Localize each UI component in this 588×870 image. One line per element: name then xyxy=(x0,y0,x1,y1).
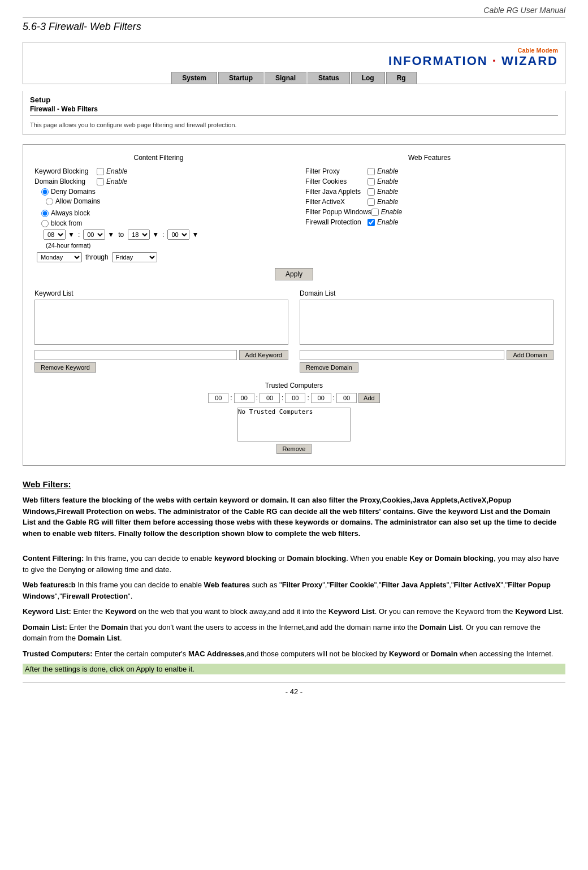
web-features-col: Web Features Filter Proxy Enable Filter … xyxy=(305,154,554,268)
web-feature-item-5: Firewall Protection Enable xyxy=(305,218,554,226)
desc-item-3: Domain List: Enter the Domain that you d… xyxy=(23,622,565,644)
domain-blocking-checkbox[interactable] xyxy=(97,178,104,185)
description-section: Web Filters: Web filters feature the blo… xyxy=(23,479,565,674)
day-to-select[interactable]: FridaySaturdaySunday xyxy=(112,252,157,262)
web-feature-check-1[interactable] xyxy=(368,178,375,185)
trusted-list-box[interactable]: No Trusted Computers xyxy=(237,408,351,442)
keyword-input[interactable] xyxy=(34,350,237,360)
mac-input-row: : : : : : Add xyxy=(34,393,554,403)
web-feature-check-0[interactable] xyxy=(368,168,375,175)
domain-input-row: Add Domain xyxy=(300,350,554,360)
keyword-blocking-label: Keyword Blocking xyxy=(34,167,97,175)
web-feature-item-2: Filter Java Applets Enable xyxy=(305,188,554,196)
domain-blocking-enable[interactable]: Enable xyxy=(97,178,127,185)
add-keyword-button[interactable]: Add Keyword xyxy=(239,350,288,360)
allow-domains-radio[interactable] xyxy=(46,198,53,205)
remove-keyword-button[interactable]: Remove Keyword xyxy=(34,362,96,373)
keyword-list-section: Keyword List Add Keyword Remove Keyword xyxy=(34,289,288,373)
domain-blocking-enable-text: Enable xyxy=(106,178,127,185)
content-filtering-col: Content Filtering Keyword Blocking Enabl… xyxy=(34,154,283,268)
min-to-select[interactable]: 001530 xyxy=(167,230,189,240)
desc-item-0: Content Filtering: In this frame, you ca… xyxy=(23,553,565,575)
to-text: to xyxy=(118,231,124,239)
domain-list-section: Domain List Add Domain Remove Domain xyxy=(300,289,554,373)
domain-blocking-row: Domain Blocking Enable xyxy=(34,178,283,185)
web-feature-item-1: Filter Cookies Enable xyxy=(305,178,554,185)
domain-blocking-label: Domain Blocking xyxy=(34,178,97,185)
web-feature-check-2[interactable] xyxy=(368,188,375,196)
keyword-list-label: Keyword List xyxy=(34,289,288,297)
lists-row: Keyword List Add Keyword Remove Keyword … xyxy=(34,289,554,373)
breadcrumb-desc: This page allows you to configure web pa… xyxy=(30,122,237,128)
web-feature-item-0: Filter Proxy Enable xyxy=(305,167,554,175)
deny-domains-label[interactable]: Deny Domains xyxy=(41,188,283,196)
allow-domains-label[interactable]: Allow Domains xyxy=(46,197,100,205)
keyword-blocking-row: Keyword Blocking Enable xyxy=(34,167,283,175)
block-from-label[interactable]: block from xyxy=(41,219,283,227)
always-block-group: Always block xyxy=(41,209,283,217)
keyword-blocking-checkbox[interactable] xyxy=(97,168,104,175)
page-footer: - 42 - xyxy=(23,682,565,696)
page-number: - 42 - xyxy=(286,687,302,696)
desc-item-4: Trusted Computers: Enter the certain com… xyxy=(23,648,565,660)
keyword-remove-row: Remove Keyword xyxy=(34,362,288,373)
tab-rg[interactable]: Rg xyxy=(386,72,417,84)
web-feature-label-1: Filter Cookies xyxy=(305,178,368,185)
tab-startup[interactable]: Startup xyxy=(218,72,263,84)
web-features-header: Web Features xyxy=(305,154,554,162)
manual-title: Cable RG User Manual xyxy=(23,6,565,18)
tab-system[interactable]: System xyxy=(171,72,217,84)
brand-logo: Cable Modem INFORMATION · WIZARD xyxy=(388,47,558,68)
cable-modem-text: Cable Modem xyxy=(388,47,558,54)
trusted-computers-label: Trusted Computers xyxy=(34,382,554,389)
apply-button[interactable]: Apply xyxy=(275,268,313,280)
web-feature-label-5: Firewall Protection xyxy=(305,218,368,226)
mac-field-5[interactable] xyxy=(336,393,357,403)
mac-field-1[interactable] xyxy=(234,393,254,403)
device-header: Cable Modem INFORMATION · WIZARD System … xyxy=(23,42,565,84)
tab-signal[interactable]: Signal xyxy=(265,72,306,84)
mac-field-3[interactable] xyxy=(285,393,305,403)
min-from-select[interactable]: 001530 xyxy=(83,230,105,240)
domain-input[interactable] xyxy=(300,350,504,360)
web-feature-check-5[interactable] xyxy=(368,219,375,226)
remove-trusted-button[interactable]: Remove xyxy=(276,444,312,454)
always-block-label[interactable]: Always block xyxy=(41,209,283,217)
keyword-input-row: Add Keyword xyxy=(34,350,288,360)
mac-field-2[interactable] xyxy=(260,393,280,403)
keyword-blocking-enable-text: Enable xyxy=(106,167,127,175)
web-features-list: Filter Proxy Enable Filter Cookies Enabl… xyxy=(305,167,554,226)
block-from-radio[interactable] xyxy=(41,220,49,227)
hour-to-select[interactable]: 181920 xyxy=(128,230,150,240)
keyword-list-box[interactable] xyxy=(34,300,288,345)
breadcrumb-area: Setup Firewall - Web Filters This page a… xyxy=(23,91,565,135)
add-mac-button[interactable]: Add xyxy=(358,393,380,403)
web-feature-label-3: Filter ActiveX xyxy=(305,198,368,206)
web-feature-label-0: Filter Proxy xyxy=(305,167,368,175)
tab-status[interactable]: Status xyxy=(308,72,350,84)
tab-log[interactable]: Log xyxy=(351,72,385,84)
add-domain-button[interactable]: Add Domain xyxy=(507,350,554,360)
web-feature-item-4: Filter Popup Windows Enable xyxy=(305,208,554,216)
web-feature-check-4[interactable] xyxy=(371,209,379,216)
desc-heading: Web Filters: xyxy=(23,479,565,489)
always-block-radio[interactable] xyxy=(41,210,49,217)
deny-allow-radio-group: Deny Domains Allow Domains xyxy=(41,188,283,207)
keyword-blocking-enable[interactable]: Enable xyxy=(97,167,127,175)
web-feature-check-3[interactable] xyxy=(368,198,375,206)
deny-domains-radio[interactable] xyxy=(41,188,49,196)
day-from-select[interactable]: MondayTuesdayWednesday xyxy=(37,252,82,262)
trusted-computers-section: Trusted Computers : : : : : Add No Trust… xyxy=(34,382,554,454)
domain-list-label: Domain List xyxy=(300,289,554,297)
domain-list-box[interactable] xyxy=(300,300,554,345)
breadcrumb-path: Firewall - Web Filters xyxy=(30,105,558,113)
time-format-note: (24-hour format) xyxy=(46,242,283,249)
domain-remove-row: Remove Domain xyxy=(300,362,554,373)
hour-from-select[interactable]: 080910 xyxy=(44,230,66,240)
desc-item-1: Web features:b In this frame you can dec… xyxy=(23,579,565,601)
remove-domain-button[interactable]: Remove Domain xyxy=(300,362,358,373)
mac-field-0[interactable] xyxy=(208,393,228,403)
mac-field-4[interactable] xyxy=(311,393,331,403)
content-filtering-header: Content Filtering xyxy=(34,154,283,162)
desc-item-2: Keyword List: Enter the Keyword on the w… xyxy=(23,606,565,617)
